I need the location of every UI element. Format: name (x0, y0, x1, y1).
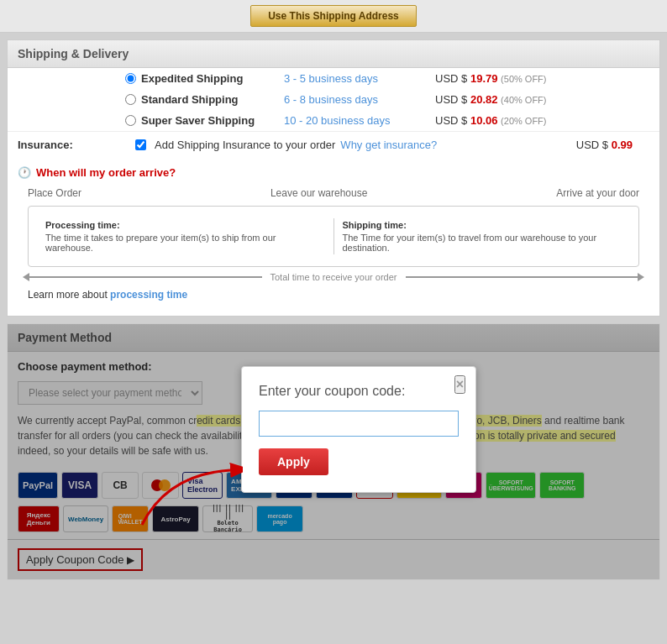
coupon-modal: × Enter your coupon code: Apply (241, 366, 476, 493)
total-time-row: Total time to receive your order (28, 272, 639, 282)
shipping-name-standard: Standard Shipping (141, 93, 284, 106)
use-shipping-address-button[interactable]: Use This Shipping Address (250, 5, 417, 27)
insurance-text: Add Shipping Insurance to your order (155, 139, 335, 151)
payment-method-section: Payment Method Choose payment method: Pl… (7, 323, 660, 580)
shipping-option-supersaver[interactable]: Super Saver Shipping 10 - 20 business da… (8, 110, 659, 131)
step-arrive-door: Arrive at your door (556, 187, 639, 199)
arrival-title: 🕐 When will my order arrive? (18, 166, 649, 179)
insurance-row: Insurance: Add Shipping Insurance to you… (8, 131, 659, 158)
modal-overlay: × Enter your coupon code: Apply (8, 324, 659, 579)
processing-link: Learn more about processing time (18, 282, 649, 307)
coupon-code-input[interactable] (259, 411, 459, 437)
shipping-time-item: Shipping time: The Time for your item(s)… (334, 215, 631, 258)
insurance-link[interactable]: Why get insurance? (340, 139, 437, 151)
insurance-label: Insurance: (18, 139, 135, 151)
shipping-delivery-section: Shipping & Delivery Expedited Shipping 3… (7, 39, 660, 317)
modal-title: Enter your coupon code: (259, 384, 459, 399)
insurance-checkbox[interactable] (135, 139, 146, 150)
timeline-steps: Place Order Leave our warehouse Arrive a… (28, 187, 639, 199)
clock-icon: 🕐 (18, 166, 31, 179)
top-bar: Use This Shipping Address (0, 0, 667, 33)
shipping-radio-standard[interactable] (125, 94, 136, 105)
shipping-radio-supersaver[interactable] (125, 115, 136, 126)
step-leave-warehouse: Leave our warehouse (270, 187, 367, 199)
shipping-days-supersaver: 10 - 20 business days (284, 114, 435, 127)
insurance-price: USD $ 0.99 (576, 139, 649, 151)
modal-apply-button[interactable]: Apply (259, 448, 328, 475)
shipping-price-expedited: USD $ 19.79 (50% OFF) (435, 72, 547, 85)
step-place-order: Place Order (28, 187, 81, 199)
arrow-right (406, 276, 640, 278)
coupon-arrow-decoration (134, 458, 243, 533)
shipping-days-expedited: 3 - 5 business days (284, 72, 435, 85)
shipping-section-header: Shipping & Delivery (8, 40, 659, 68)
timeline-bar: Processing time: The time it takes to pr… (28, 206, 639, 267)
shipping-option-expedited[interactable]: Expedited Shipping 3 - 5 business days U… (8, 68, 659, 89)
shipping-price-supersaver: USD $ 10.06 (20% OFF) (435, 114, 547, 127)
insurance-content: Add Shipping Insurance to your order Why… (135, 139, 437, 151)
processing-time-link[interactable]: processing time (110, 289, 187, 301)
shipping-price-standard: USD $ 20.82 (40% OFF) (435, 93, 547, 106)
processing-time-item: Processing time: The time it takes to pr… (37, 215, 334, 258)
shipping-option-standard[interactable]: Standard Shipping 6 - 8 business days US… (8, 89, 659, 110)
timeline: Place Order Leave our warehouse Arrive a… (18, 187, 649, 282)
shipping-radio-expedited[interactable] (125, 73, 136, 84)
shipping-name-supersaver: Super Saver Shipping (141, 114, 284, 127)
total-time-label: Total time to receive your order (270, 272, 397, 282)
arrival-section: 🕐 When will my order arrive? Place Order… (8, 158, 659, 316)
modal-close-button[interactable]: × (454, 375, 465, 394)
shipping-days-standard: 6 - 8 business days (284, 93, 435, 106)
shipping-name-expedited: Expedited Shipping (141, 72, 284, 85)
arrow-left (28, 276, 262, 278)
